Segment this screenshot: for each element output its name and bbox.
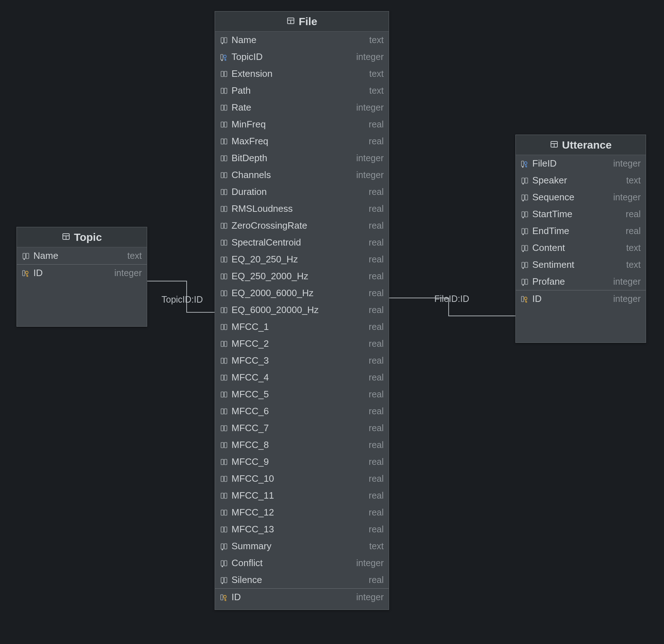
col-icon	[220, 205, 228, 213]
field-row[interactable]: MFCC_10real	[215, 470, 389, 487]
field-row[interactable]: Pathtext	[215, 82, 389, 99]
field-row[interactable]: EQ_20_250_Hzreal	[215, 251, 389, 268]
field-row[interactable]: MFCC_5real	[215, 386, 389, 403]
field-name: EQ_2000_6000_Hz	[232, 288, 365, 299]
field-type: integer	[114, 268, 142, 278]
field-row[interactable]: EQ_2000_6000_Hzreal	[215, 285, 389, 302]
col-icon	[220, 70, 228, 78]
field-row[interactable]: Nametext	[17, 247, 147, 264]
field-type: text	[626, 260, 641, 270]
diagram-canvas[interactable]: TopicID:ID FileID:ID Topic NametextIDint…	[0, 0, 664, 644]
field-row[interactable]: Sentimenttext	[516, 256, 646, 273]
field-name: ID	[33, 267, 111, 279]
field-row[interactable]: MFCC_4real	[215, 369, 389, 386]
field-row[interactable]: Rateinteger	[215, 99, 389, 116]
field-row[interactable]: Silencereal	[215, 571, 389, 588]
field-type: text	[127, 251, 142, 261]
col-icon	[220, 137, 228, 145]
field-row[interactable]: MinFreqreal	[215, 116, 389, 133]
field-row[interactable]: Extensiontext	[215, 65, 389, 82]
field-row[interactable]: BitDepthinteger	[215, 150, 389, 167]
field-row[interactable]: FileIDinteger	[516, 155, 646, 172]
field-row[interactable]: Profaneinteger	[516, 273, 646, 290]
entity-topic[interactable]: Topic NametextIDinteger	[17, 227, 147, 327]
field-row[interactable]: MFCC_9real	[215, 453, 389, 470]
field-row[interactable]: EndTimereal	[516, 223, 646, 239]
field-row[interactable]: MaxFreqreal	[215, 133, 389, 150]
field-name: MFCC_3	[232, 355, 365, 366]
field-name: SpectralCentroid	[232, 237, 365, 248]
field-row[interactable]: MFCC_13real	[215, 521, 389, 538]
field-name: MFCC_7	[232, 423, 365, 434]
field-row[interactable]: Nametext	[215, 32, 389, 48]
field-row[interactable]: IDinteger	[17, 265, 147, 281]
field-name: ID	[532, 293, 610, 304]
field-type: text	[369, 541, 384, 551]
col-icon	[220, 306, 228, 314]
col-icon	[220, 323, 228, 331]
entity-utterance-header[interactable]: Utterance	[516, 135, 646, 155]
field-type: integer	[613, 192, 641, 202]
field-type: real	[369, 305, 384, 315]
entity-topic-body: NametextIDinteger	[17, 247, 147, 326]
field-type: integer	[356, 52, 384, 62]
table-icon	[550, 139, 558, 151]
field-row[interactable]: Sequenceinteger	[516, 189, 646, 206]
col-icon	[220, 239, 228, 247]
field-row[interactable]: Summarytext	[215, 538, 389, 555]
field-name: MFCC_10	[232, 473, 365, 484]
entity-topic-header[interactable]: Topic	[17, 227, 147, 247]
field-row[interactable]: MFCC_12real	[215, 504, 389, 521]
field-row[interactable]: EQ_6000_20000_Hzreal	[215, 302, 389, 318]
table-icon	[286, 15, 295, 28]
field-row[interactable]: SpectralCentroidreal	[215, 234, 389, 251]
field-row[interactable]: ZeroCrossingRatereal	[215, 217, 389, 234]
field-row[interactable]: Speakertext	[516, 172, 646, 189]
field-type: real	[369, 119, 384, 130]
col-icon	[220, 188, 228, 196]
field-type: real	[626, 226, 641, 236]
field-row[interactable]: EQ_250_2000_Hzreal	[215, 268, 389, 285]
field-row[interactable]: MFCC_2real	[215, 335, 389, 352]
field-name: Speaker	[532, 175, 623, 186]
field-row[interactable]: MFCC_11real	[215, 487, 389, 504]
field-row[interactable]: IDinteger	[516, 290, 646, 307]
field-name: EQ_6000_20000_Hz	[232, 304, 365, 316]
entity-utterance-title: Utterance	[562, 139, 612, 151]
field-row[interactable]: MFCC_6real	[215, 403, 389, 420]
col-icon	[220, 458, 228, 466]
col-icon	[220, 374, 228, 382]
field-row[interactable]: MFCC_8real	[215, 437, 389, 453]
col-icon	[220, 104, 228, 112]
entity-utterance[interactable]: Utterance FileIDintegerSpeakertextSequen…	[515, 135, 646, 343]
entity-file[interactable]: File NametextTopicIDintegerExtensiontext…	[215, 11, 389, 610]
field-type: integer	[613, 276, 641, 287]
field-type: text	[626, 243, 641, 253]
field-name: Summary	[232, 541, 366, 552]
field-name: Silence	[232, 574, 365, 585]
field-name: MFCC_8	[232, 439, 365, 451]
field-name: ID	[232, 592, 353, 603]
field-type: real	[369, 339, 384, 349]
entity-file-body: NametextTopicIDintegerExtensiontextPatht…	[215, 32, 389, 610]
field-type: real	[369, 507, 384, 518]
field-row[interactable]: Durationreal	[215, 183, 389, 200]
pk-icon	[521, 295, 529, 303]
entity-file-header[interactable]: File	[215, 11, 389, 32]
field-row[interactable]: MFCC_7real	[215, 420, 389, 437]
field-row[interactable]: Conflictinteger	[215, 555, 389, 571]
field-type: text	[369, 85, 384, 96]
col-nn-icon	[521, 278, 529, 286]
field-row[interactable]: IDinteger	[215, 589, 389, 606]
field-row[interactable]: StartTimereal	[516, 206, 646, 223]
field-row[interactable]: MFCC_3real	[215, 352, 389, 369]
field-row[interactable]: Channelsinteger	[215, 167, 389, 183]
field-type: real	[626, 209, 641, 219]
field-row[interactable]: MFCC_1real	[215, 318, 389, 335]
col-nn-icon	[220, 559, 228, 567]
field-row[interactable]: Contenttext	[516, 239, 646, 256]
field-type: real	[369, 220, 384, 231]
field-row[interactable]: TopicIDinteger	[215, 48, 389, 65]
field-row[interactable]: RMSLoudnessreal	[215, 200, 389, 217]
col-icon	[220, 340, 228, 348]
